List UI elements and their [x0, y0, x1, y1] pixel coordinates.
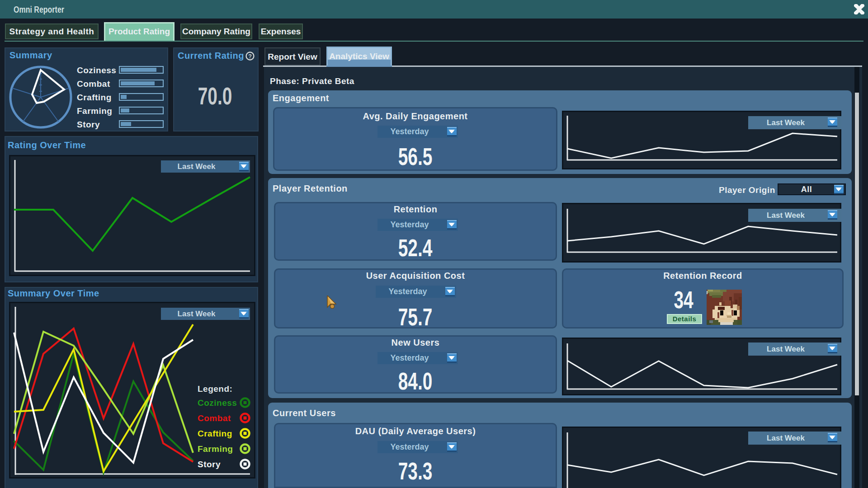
svg-text:?: ? [248, 53, 252, 60]
